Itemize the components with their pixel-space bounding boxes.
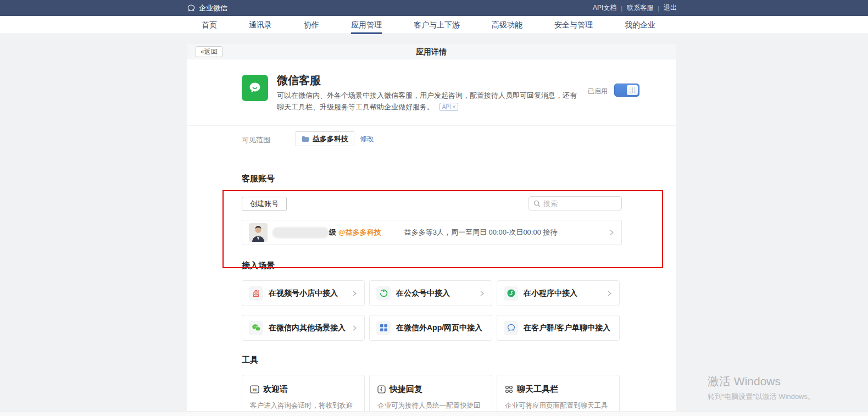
chevron-right-icon xyxy=(351,325,358,331)
wechat-kefu-app-icon xyxy=(242,75,268,101)
accounts-section-title: 客服账号 xyxy=(242,174,275,184)
nav-app-management[interactable]: 应用管理 xyxy=(350,16,383,34)
redacted-name-blur xyxy=(273,228,328,237)
api-docs-link[interactable]: API文档 xyxy=(593,3,616,13)
scenes-section-title: 接入场景 xyxy=(242,260,275,271)
app-name: 微信客服 xyxy=(277,73,321,88)
account-search-input[interactable] xyxy=(543,199,615,208)
brand-label: 企业微信 xyxy=(199,3,227,13)
nav-contacts[interactable]: 通讯录 xyxy=(248,16,273,34)
folder-icon xyxy=(302,136,309,142)
contact-support-link[interactable]: 联系客服 xyxy=(627,3,653,13)
tool-card-quick-reply: 快捷回复 企业可为接待人员统一配置快捷回复，接待人员还可自己添加。添加后，接待人… xyxy=(369,375,492,416)
tool-grid: HI 欢迎语 客户进入咨询会话时，将收到欢迎语。欢迎语支持添加常见问答，添加后将… xyxy=(242,375,620,416)
account-schedule: 益多多等3人，周一至周日 00:00-次日00:00 接待 xyxy=(404,228,558,237)
topbar: 企业微信 API文档 | 联系客服 | 退出 xyxy=(0,0,868,16)
tool-title: 聊天工具栏 xyxy=(517,384,558,395)
channels-shop-icon xyxy=(249,286,263,301)
quick-reply-icon xyxy=(377,385,386,393)
page-title: 应用详情 xyxy=(187,44,676,59)
visible-range-chip: 益多多科技 xyxy=(296,131,354,146)
welcome-icon: HI xyxy=(250,385,259,393)
app-description-text: 可以在微信内、外各个场景中接入微信客服，用户发起咨询，配置接待人员即可回复消息，… xyxy=(277,91,577,111)
wechat-icon xyxy=(249,321,263,335)
screen: 企业微信 API文档 | 联系客服 | 退出 首页 通讯录 协作 应用管理 客户… xyxy=(0,0,868,416)
horizontal-scrollbar[interactable] xyxy=(0,411,868,416)
scene-card-miniprogram[interactable]: 在小程序中接入 xyxy=(497,280,620,306)
scene-label: 在公众号中接入 xyxy=(396,289,450,298)
account-search-box xyxy=(528,196,622,210)
chevron-right-icon xyxy=(351,290,358,297)
nav-my-company[interactable]: 我的企业 xyxy=(624,16,656,34)
miniprogram-icon xyxy=(504,286,518,301)
watermark-line2: 转到“电脑设置”以激活 Windows。 xyxy=(708,392,815,402)
scene-label: 在客户群/客户单聊中接入 xyxy=(524,323,610,333)
chat-toolbar-icon xyxy=(505,385,513,393)
main-nav: 首页 通讯录 协作 应用管理 客户与上下游 高级功能 安全与管理 我的企业 xyxy=(0,16,868,34)
official-account-icon xyxy=(376,286,391,301)
scene-label: 在视频号小店中接入 xyxy=(269,289,338,298)
app-detail-panel: «返回 应用详情 微信客服 可以在微信内、外各个场景中接入微信客服，用户发起咨询… xyxy=(187,44,676,416)
logout-link[interactable]: 退出 xyxy=(664,3,677,13)
chevron-right-icon xyxy=(608,229,615,236)
group-chat-icon xyxy=(504,321,518,335)
scene-card-wechat-other[interactable]: 在微信内其他场景接入 xyxy=(242,315,365,341)
chevron-right-icon xyxy=(606,290,613,297)
separator: | xyxy=(658,5,659,12)
api-dropdown-badge[interactable]: API ˅ xyxy=(439,103,459,111)
scene-card-channels-shop[interactable]: 在视频号小店中接入 xyxy=(242,280,365,306)
tools-section-title: 工具 xyxy=(242,355,258,365)
wecom-logo-icon xyxy=(187,4,196,13)
account-name: 级 @益多多科技 xyxy=(273,228,381,237)
edit-visible-range-link[interactable]: 修改 xyxy=(360,134,374,144)
visible-range-label: 可见范围 xyxy=(242,135,270,145)
scene-label: 在微信外App/网页中接入 xyxy=(396,323,482,333)
nav-home[interactable]: 首页 xyxy=(201,16,218,34)
account-avatar xyxy=(249,223,268,242)
search-icon xyxy=(533,200,541,207)
divider xyxy=(187,125,676,126)
app-description: 可以在微信内、外各个场景中接入微信客服，用户发起咨询，配置接待人员即可回复消息，… xyxy=(277,90,578,113)
separator: | xyxy=(621,5,622,12)
account-name-visible: 级 xyxy=(329,228,336,237)
topbar-links: API文档 | 联系客服 | 退出 xyxy=(593,3,677,13)
toggle-knob xyxy=(627,85,638,95)
scene-grid: 在视频号小店中接入 在公众号中接入 xyxy=(242,280,620,341)
create-account-button[interactable]: 创建账号 xyxy=(242,197,287,211)
account-mention: @益多多科技 xyxy=(338,228,381,237)
windows-activation-watermark: 激活 Windows 转到“电脑设置”以激活 Windows。 xyxy=(708,374,815,402)
watermark-line1: 激活 Windows xyxy=(708,374,815,389)
enabled-status-label: 已启用 xyxy=(588,87,608,96)
app-grid-icon xyxy=(376,321,391,335)
nav-customers[interactable]: 客户与上下游 xyxy=(413,16,461,34)
scene-label: 在小程序中接入 xyxy=(524,289,577,298)
visible-range-value: 益多多科技 xyxy=(313,134,348,144)
nav-collaboration[interactable]: 协作 xyxy=(303,16,320,34)
svg-text:HI: HI xyxy=(253,388,257,392)
tool-card-welcome: HI 欢迎语 客户进入咨询会话时，将收到欢迎语。欢迎语支持添加常见问答，添加后将… xyxy=(242,375,365,416)
scene-label: 在微信内其他场景接入 xyxy=(269,323,346,333)
nav-advanced[interactable]: 高级功能 xyxy=(491,16,524,34)
scene-card-official-account[interactable]: 在公众号中接入 xyxy=(369,280,492,306)
scene-card-external-app[interactable]: 在微信外App/网页中接入 xyxy=(369,315,492,341)
app-enabled-toggle[interactable] xyxy=(614,84,639,97)
back-button[interactable]: «返回 xyxy=(196,46,222,57)
kefu-account-row[interactable]: 级 @益多多科技 益多多等3人，周一至周日 00:00-次日00:00 接待 xyxy=(242,220,622,245)
panel-header: «返回 应用详情 xyxy=(187,44,676,59)
nav-security[interactable]: 安全与管理 xyxy=(553,16,594,34)
tool-title: 快捷回复 xyxy=(390,384,422,395)
tool-card-chat-toolbar: 聊天工具栏 企业可将应用页面配置到聊天工具栏，方便接待人员在客服聊天中查看和使用… xyxy=(497,375,620,416)
scene-card-customer-chat[interactable]: 在客户群/客户单聊中接入 xyxy=(497,315,620,341)
brand: 企业微信 xyxy=(187,3,227,13)
tool-title: 欢迎语 xyxy=(263,384,288,395)
chevron-right-icon xyxy=(478,290,485,297)
